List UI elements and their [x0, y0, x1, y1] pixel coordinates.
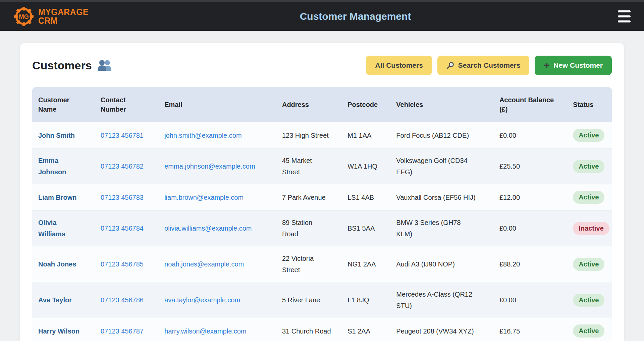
customer-balance: £88.20 [495, 246, 568, 282]
page-background: MG MYGARAGE CRM Customer Management Cust… [0, 0, 644, 341]
customer-balance: £12.00 [495, 184, 568, 210]
status-badge: Active [573, 294, 604, 307]
status-badge: Active [573, 324, 604, 338]
customer-name[interactable]: Emma Johnson [32, 148, 96, 184]
column-header-vehicles: Vehicles [391, 87, 495, 122]
column-header-customer-name: Customer Name [32, 87, 96, 122]
top-navbar: MG MYGARAGE CRM Customer Management [0, 0, 644, 31]
customer-address: 31 Church Road [277, 318, 343, 341]
customer-postcode: BS1 5AA [343, 210, 391, 246]
status-badge: Active [573, 258, 604, 271]
status-badge: Inactive [573, 222, 609, 235]
customer-vehicles: Volkswagen Golf (CD34 EFG) [391, 148, 495, 184]
customer-name[interactable]: Noah Jones [32, 246, 96, 282]
customer-vehicles: Vauxhall Corsa (EF56 HIJ) [391, 184, 495, 210]
customer-address: 7 Park Avenue [277, 184, 343, 210]
all-customers-button[interactable]: All Customers [366, 56, 432, 75]
customers-card: Customers All Customers Searc [20, 43, 624, 341]
customer-phone-link[interactable]: 07123 456782 [101, 163, 144, 170]
column-header-contact-number: Contact Number [96, 87, 160, 122]
logo-monogram: MG [19, 13, 29, 20]
customer-balance: £0.00 [495, 122, 568, 148]
column-header-email: Email [160, 87, 277, 122]
status-badge: Active [573, 191, 604, 204]
column-header-account-balance: Account Balance (£) [495, 87, 568, 122]
customer-phone-link[interactable]: 07123 456784 [101, 225, 144, 232]
customer-vehicles: Audi A3 (IJ90 NOP) [391, 246, 495, 282]
customer-balance: £0.00 [495, 282, 568, 318]
new-customer-button[interactable]: + New Customer [535, 56, 612, 75]
customer-postcode: S1 2AA [343, 318, 391, 341]
page-header-title: Customer Management [300, 11, 411, 22]
table-row: Olivia Williams 07123 456784 olivia.will… [32, 210, 612, 246]
customer-address: 5 River Lane [277, 282, 343, 318]
hamburger-menu-icon[interactable] [618, 10, 631, 22]
table-row: Ava Taylor 07123 456786 ava.taylor@examp… [32, 282, 612, 318]
customer-name[interactable]: Harry Wilson [32, 318, 96, 341]
table-row: Noah Jones 07123 456785 noah.jones@examp… [32, 246, 612, 282]
customer-postcode: M1 1AA [343, 122, 391, 148]
customer-name[interactable]: Liam Brown [32, 184, 96, 210]
customer-email-link[interactable]: noah.jones@example.com [164, 260, 244, 268]
mygarage-logo[interactable]: MG MYGARAGE CRM [13, 6, 93, 27]
customer-postcode: LS1 4AB [343, 184, 391, 210]
customer-address: 123 High Street [277, 122, 343, 148]
customer-name[interactable]: Olivia Williams [32, 210, 96, 246]
table-row: Liam Brown 07123 456783 liam.brown@examp… [32, 184, 612, 210]
customer-phone-link[interactable]: 07123 456785 [101, 260, 144, 268]
gear-icon: MG [13, 6, 34, 27]
users-icon [97, 59, 112, 71]
logo-text: MYGARAGE CRM [38, 8, 89, 25]
customer-name[interactable]: John Smith [32, 122, 96, 148]
customer-vehicles: Peugeot 208 (VW34 XYZ) [391, 318, 495, 341]
customer-balance: £0.00 [495, 210, 568, 246]
customer-email-link[interactable]: olivia.williams@example.com [164, 225, 252, 232]
table-row: John Smith 07123 456781 john.smith@examp… [32, 122, 612, 148]
customer-email-link[interactable]: emma.johnson@example.com [164, 163, 255, 170]
customer-vehicles: Mercedes A-Class (QR12 STU) [391, 282, 495, 318]
table-row: Emma Johnson 07123 456782 emma.johnson@e… [32, 148, 612, 184]
customer-phone-link[interactable]: 07123 456786 [101, 296, 144, 304]
customer-postcode: W1A 1HQ [343, 148, 391, 184]
search-icon [446, 61, 454, 69]
action-buttons: All Customers Search Customers + New Cus… [366, 56, 612, 75]
customer-name[interactable]: Ava Taylor [32, 282, 96, 318]
customer-postcode: L1 8JQ [343, 282, 391, 318]
customer-phone-link[interactable]: 07123 456787 [101, 327, 144, 335]
customer-phone-link[interactable]: 07123 456781 [101, 132, 144, 139]
customer-email-link[interactable]: john.smith@example.com [164, 132, 241, 139]
customer-postcode: NG1 2AA [343, 246, 391, 282]
card-header: Customers All Customers Searc [32, 56, 612, 75]
page-title: Customers [32, 59, 112, 72]
customer-address: 45 Market Street [277, 148, 343, 184]
customer-vehicles: BMW 3 Series (GH78 KLM) [391, 210, 495, 246]
customer-address: 89 Station Road [277, 210, 343, 246]
status-badge: Active [573, 129, 604, 142]
customer-address: 22 Victoria Street [277, 246, 343, 282]
search-customers-button[interactable]: Search Customers [437, 56, 530, 75]
plus-icon: + [544, 60, 550, 70]
customer-email-link[interactable]: liam.brown@example.com [164, 194, 244, 201]
column-header-address: Address [277, 87, 343, 122]
column-header-postcode: Postcode [343, 87, 391, 122]
customer-email-link[interactable]: harry.wilson@example.com [164, 327, 246, 335]
customers-table: Customer Name Contact Number Email Addre… [32, 87, 612, 341]
customer-email-link[interactable]: ava.taylor@example.com [164, 296, 240, 304]
table-row: Harry Wilson 07123 456787 harry.wilson@e… [32, 318, 612, 341]
table-header-row: Customer Name Contact Number Email Addre… [32, 87, 612, 122]
customer-phone-link[interactable]: 07123 456783 [101, 194, 144, 201]
customer-balance: £16.75 [495, 318, 568, 341]
status-badge: Active [573, 160, 604, 173]
customer-balance: £25.50 [495, 148, 568, 184]
customer-vehicles: Ford Focus (AB12 CDE) [391, 122, 495, 148]
column-header-status: Status [568, 87, 612, 122]
